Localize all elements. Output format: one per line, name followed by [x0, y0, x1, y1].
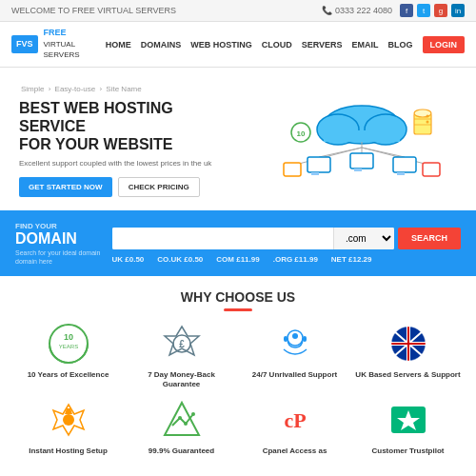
- feature-setup: Instant Hosting Setup: [15, 399, 121, 456]
- price-com: COM £11.99: [216, 255, 259, 264]
- feature-support: 24/7 Unrivalled Support: [242, 323, 347, 390]
- domain-search-input[interactable]: [112, 228, 333, 249]
- svg-point-22: [426, 120, 429, 123]
- svg-rect-15: [284, 163, 301, 176]
- moneyback-label: 7 Day Money-Back Guarantee: [129, 370, 234, 390]
- get-started-button[interactable]: GET STARTED NOW: [19, 177, 112, 197]
- support-icon: [274, 323, 316, 365]
- hero-buttons: GET STARTED NOW CHECK PRICING: [19, 177, 228, 197]
- feature-years: 10 YEARS 10 Years of Excellence: [15, 323, 121, 390]
- cpanel-icon: cP: [274, 399, 316, 441]
- nav-webhosting[interactable]: WEB HOSTING: [190, 40, 252, 50]
- navbar: FVS FREE VIRTUAL SERVERS HOME DOMAINS WE…: [0, 22, 476, 68]
- top-bar: WELCOME TO FREE VIRTUAL SERVERS 📞 0333 2…: [0, 0, 476, 22]
- feature-uptime: 99.9% Guaranteed: [129, 399, 234, 456]
- svg-text:10: 10: [297, 129, 306, 138]
- domain-extension-select[interactable]: .com .co.uk .net .org .uk: [333, 228, 394, 249]
- why-section: WHY CHOOSE US 10 YEARS 10 Years of Excel…: [0, 276, 476, 466]
- hero-title: BEST WEB HOSTING SERVICE FOR YOUR WEBSIT…: [19, 99, 228, 154]
- svg-rect-13: [393, 157, 416, 172]
- svg-point-33: [292, 333, 298, 339]
- breadcrumb: Simple › Easy-to-use › Site Name: [19, 85, 228, 93]
- svg-rect-16: [423, 163, 440, 176]
- price-net: NET £12.29: [331, 255, 372, 264]
- feature-uk: UK Based Servers & Support: [355, 323, 461, 390]
- logo[interactable]: FVS FREE VIRTUAL SERVERS: [11, 28, 80, 61]
- moneyback-icon: £: [161, 323, 203, 365]
- years-icon: 10 YEARS: [48, 323, 89, 365]
- top-bar-right: 📞 0333 222 4080 f t g in: [322, 4, 465, 17]
- hero-illustration: 10: [267, 98, 457, 184]
- setup-icon: [48, 399, 89, 441]
- svg-text:10: 10: [63, 332, 72, 342]
- googleplus-icon[interactable]: g: [434, 4, 447, 17]
- cloud-illustration: 10: [267, 98, 457, 184]
- svg-rect-11: [307, 157, 330, 172]
- trustpilot-icon: [387, 399, 429, 441]
- svg-point-48: [184, 422, 188, 426]
- uk-label: UK Based Servers & Support: [355, 370, 460, 380]
- price-couk: CO.UK £0.50: [157, 255, 203, 264]
- feature-cpanel: cP Cpanel Access as: [242, 399, 347, 456]
- logo-abbr: FVS: [11, 35, 38, 53]
- twitter-icon[interactable]: t: [417, 4, 430, 17]
- login-button[interactable]: LOGIN: [423, 36, 466, 53]
- welcome-text: WELCOME TO FREE VIRTUAL SERVERS: [11, 6, 176, 15]
- domain-text: FIND YOUR DOMAIN Search for your ideal d…: [15, 222, 101, 265]
- features-grid: 10 YEARS 10 Years of Excellence £ 7 Day …: [15, 323, 461, 457]
- svg-rect-34: [284, 336, 288, 342]
- feature-moneyback: £ 7 Day Money-Back Guarantee: [129, 323, 234, 390]
- nav-email[interactable]: EMAIL: [352, 40, 379, 50]
- trustpilot-label: Customer Trustpilot: [371, 446, 444, 456]
- uk-icon: [387, 323, 429, 365]
- svg-rect-12: [311, 172, 319, 175]
- check-pricing-button[interactable]: CHECK PRICING: [118, 177, 200, 197]
- svg-point-47: [178, 416, 182, 420]
- domain-search-row: .com .co.uk .net .org .uk SEARCH: [112, 228, 462, 249]
- facebook-icon[interactable]: f: [400, 4, 413, 17]
- find-label: FIND YOUR: [15, 222, 101, 230]
- domain-sub2: domain here: [15, 258, 101, 265]
- domain-search-button[interactable]: SEARCH: [398, 228, 461, 249]
- why-title: WHY CHOOSE US: [15, 289, 461, 305]
- svg-text:YEARS: YEARS: [58, 344, 77, 349]
- nav-links: HOME DOMAINS WEB HOSTING CLOUD SERVERS E…: [106, 36, 465, 53]
- svg-point-21: [426, 114, 429, 117]
- nav-domains[interactable]: DOMAINS: [141, 40, 182, 50]
- phone-number: 📞 0333 222 4080: [322, 6, 392, 15]
- domain-prices: UK £0.50 CO.UK £0.50 COM £11.99 .ORG £11…: [112, 255, 462, 264]
- domain-title: DOMAIN: [15, 230, 101, 248]
- hero-section: Simple › Easy-to-use › Site Name BEST WE…: [0, 68, 476, 210]
- svg-rect-10: [354, 169, 362, 171]
- social-icons: f t g in: [400, 4, 465, 17]
- linkedin-icon[interactable]: in: [451, 4, 465, 17]
- section-underline: [224, 308, 252, 311]
- domain-sub1: Search for your ideal domain: [15, 249, 101, 256]
- svg-text:£: £: [179, 339, 185, 349]
- domain-search-area: .com .co.uk .net .org .uk SEARCH UK £0.5…: [112, 222, 462, 264]
- svg-rect-3: [324, 130, 400, 142]
- nav-servers[interactable]: SERVERS: [302, 40, 343, 50]
- cpanel-label: Cpanel Access as: [263, 446, 327, 456]
- setup-label: Instant Hosting Setup: [29, 446, 108, 456]
- svg-rect-35: [303, 336, 307, 342]
- nav-blog[interactable]: BLOG: [388, 40, 413, 50]
- svg-text:cP: cP: [284, 408, 306, 432]
- uptime-label: 99.9% Guaranteed: [149, 446, 214, 456]
- years-label: 10 Years of Excellence: [28, 370, 109, 380]
- nav-home[interactable]: HOME: [106, 40, 131, 50]
- hero-subtitle: Excellent support coupled with the lowes…: [19, 159, 228, 168]
- price-org: .ORG £11.99: [273, 255, 318, 264]
- logo-text: FREE VIRTUAL SERVERS: [44, 28, 80, 61]
- hero-content: Simple › Easy-to-use › Site Name BEST WE…: [19, 85, 228, 197]
- svg-rect-9: [350, 153, 373, 169]
- svg-point-49: [191, 412, 195, 416]
- nav-cloud[interactable]: CLOUD: [262, 40, 292, 50]
- domain-input-wrap: .com .co.uk .net .org .uk: [112, 228, 394, 249]
- svg-point-44: [63, 414, 74, 426]
- price-uk: UK £0.50: [112, 255, 145, 264]
- svg-rect-14: [397, 172, 405, 175]
- feature-trustpilot: Customer Trustpilot: [355, 399, 461, 456]
- support-label: 24/7 Unrivalled Support: [252, 370, 337, 380]
- uptime-icon: [161, 399, 203, 441]
